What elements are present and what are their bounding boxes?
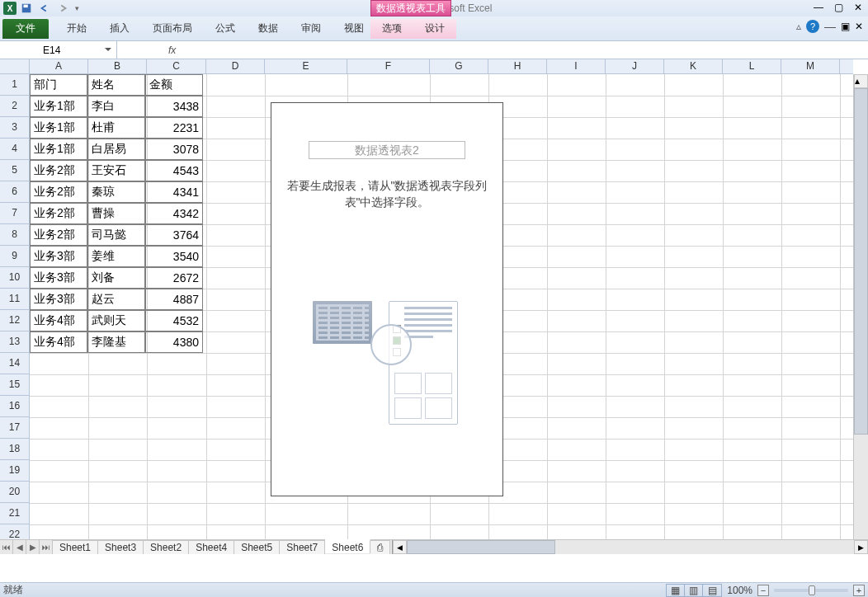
col-header-J[interactable]: J <box>606 59 664 73</box>
workbook-restore[interactable]: ▣ <box>841 21 850 32</box>
row-header-11[interactable]: 11 <box>0 289 29 310</box>
sheet-nav-prev[interactable]: ◀ <box>13 540 26 554</box>
row-header-14[interactable]: 14 <box>0 353 29 374</box>
row-header-10[interactable]: 10 <box>0 267 29 289</box>
qat-save[interactable] <box>18 1 35 16</box>
tab-视图[interactable]: 视图 <box>333 19 375 39</box>
data-cell[interactable]: 业务3部 <box>30 289 87 310</box>
sheet-tab-Sheet7[interactable]: Sheet7 <box>280 540 325 554</box>
col-header-C[interactable]: C <box>147 59 206 73</box>
name-box[interactable]: E14 <box>0 41 117 59</box>
tab-审阅[interactable]: 审阅 <box>290 19 333 39</box>
pivot-placeholder[interactable]: 数据透视表2 若要生成报表，请从"数据透视表字段列表"中选择字段。 <box>271 102 503 496</box>
data-cell[interactable]: 4342 <box>145 203 203 224</box>
fx-icon[interactable]: fx <box>168 45 176 56</box>
data-cell[interactable]: 杜甫 <box>87 117 145 139</box>
data-cell[interactable]: 4341 <box>145 181 203 203</box>
scroll-left-icon[interactable]: ◀ <box>393 540 407 554</box>
row-header-5[interactable]: 5 <box>0 160 29 181</box>
data-cell[interactable]: 2672 <box>145 267 203 289</box>
data-cell[interactable]: 4380 <box>145 331 203 353</box>
col-header-L[interactable]: L <box>723 59 781 73</box>
col-header-I[interactable]: I <box>547 59 606 73</box>
data-cell[interactable]: 业务1部 <box>30 117 87 139</box>
qat-dropdown-icon[interactable]: ▾ <box>73 4 82 12</box>
sheet-tab-Sheet3[interactable]: Sheet3 <box>98 540 144 554</box>
col-header-D[interactable]: D <box>206 59 265 73</box>
tab-页面布局[interactable]: 页面布局 <box>141 19 204 39</box>
horizontal-scrollbar[interactable]: ◀ ▶ <box>392 540 868 554</box>
row-header-6[interactable]: 6 <box>0 181 29 203</box>
data-cell[interactable]: 白居易 <box>87 139 145 160</box>
row-header-7[interactable]: 7 <box>0 203 29 224</box>
sheet-nav-first[interactable]: ⏮ <box>0 540 13 554</box>
row-header-2[interactable]: 2 <box>0 96 29 117</box>
tab-公式[interactable]: 公式 <box>204 19 247 39</box>
data-cell[interactable]: 业务3部 <box>30 267 87 289</box>
data-cell[interactable]: 业务2部 <box>30 224 87 246</box>
insert-sheet-button[interactable]: ⎙ <box>370 540 390 554</box>
col-header-B[interactable]: B <box>88 59 147 73</box>
col-header-M[interactable]: M <box>781 59 840 73</box>
data-cell[interactable]: 曹操 <box>87 203 145 224</box>
data-cell[interactable]: 李白 <box>87 96 145 117</box>
tab-插入[interactable]: 插入 <box>98 19 141 39</box>
data-cell[interactable]: 业务4部 <box>30 331 87 353</box>
tab-选项[interactable]: 选项 <box>370 19 413 39</box>
sheet-nav-next[interactable]: ▶ <box>26 540 40 554</box>
vertical-scrollbar[interactable]: ▴ ▾ <box>853 74 868 554</box>
window-close[interactable]: ✕ <box>851 2 865 13</box>
workbook-minimize[interactable]: — <box>824 20 836 33</box>
sheet-nav-last[interactable]: ⏭ <box>40 540 53 554</box>
qat-undo[interactable] <box>36 1 53 16</box>
sheet-tab-Sheet5[interactable]: Sheet5 <box>234 540 280 554</box>
data-cell[interactable]: 刘备 <box>87 267 145 289</box>
sheet-tab-Sheet6[interactable]: Sheet6 <box>325 539 370 553</box>
data-cell[interactable]: 4543 <box>145 160 203 181</box>
view-normal-icon[interactable]: ▦ <box>667 585 685 596</box>
data-cell[interactable]: 4532 <box>145 310 203 331</box>
row-header-1[interactable]: 1 <box>0 74 29 96</box>
data-cell[interactable]: 业务2部 <box>30 160 87 181</box>
view-page-layout-icon[interactable]: ▥ <box>685 585 703 596</box>
tab-数据[interactable]: 数据 <box>247 19 290 39</box>
col-header-F[interactable]: F <box>347 59 430 73</box>
data-cell[interactable]: 2231 <box>145 117 203 139</box>
qat-redo[interactable] <box>54 1 71 16</box>
zoom-slider[interactable] <box>774 589 848 592</box>
row-header-20[interactable]: 20 <box>0 482 29 503</box>
row-header-13[interactable]: 13 <box>0 331 29 353</box>
scroll-right-icon[interactable]: ▶ <box>854 540 868 554</box>
zoom-out-button[interactable]: − <box>757 585 769 596</box>
col-header-K[interactable]: K <box>664 59 723 73</box>
header-cell[interactable]: 姓名 <box>87 74 145 96</box>
workbook-close[interactable]: ✕ <box>855 21 863 32</box>
data-cell[interactable]: 4887 <box>145 289 203 310</box>
data-cell[interactable]: 3438 <box>145 96 203 117</box>
data-cell[interactable]: 业务1部 <box>30 96 87 117</box>
window-minimize[interactable]: — <box>812 2 825 13</box>
zoom-level[interactable]: 100% <box>727 585 752 596</box>
data-cell[interactable]: 赵云 <box>87 289 145 310</box>
col-header-E[interactable]: E <box>265 59 347 73</box>
data-cell[interactable]: 业务4部 <box>30 310 87 331</box>
data-cell[interactable]: 业务2部 <box>30 203 87 224</box>
header-cell[interactable]: 部门 <box>30 74 87 96</box>
sheet-tab-Sheet2[interactable]: Sheet2 <box>144 540 189 554</box>
data-cell[interactable]: 李隆基 <box>87 331 145 353</box>
col-header-H[interactable]: H <box>488 59 547 73</box>
scroll-thumb[interactable] <box>854 88 868 435</box>
data-cell[interactable]: 王安石 <box>87 160 145 181</box>
row-header-16[interactable]: 16 <box>0 396 29 417</box>
row-header-17[interactable]: 17 <box>0 417 29 439</box>
view-page-break-icon[interactable]: ▤ <box>703 585 721 596</box>
data-cell[interactable]: 业务2部 <box>30 181 87 203</box>
data-cell[interactable]: 武则天 <box>87 310 145 331</box>
row-header-3[interactable]: 3 <box>0 117 29 139</box>
zoom-in-button[interactable]: + <box>853 585 865 596</box>
view-buttons[interactable]: ▦ ▥ ▤ <box>666 584 722 597</box>
data-cell[interactable]: 3540 <box>145 246 203 267</box>
header-cell[interactable]: 金额 <box>145 74 203 96</box>
data-cell[interactable]: 秦琼 <box>87 181 145 203</box>
data-cell[interactable]: 司马懿 <box>87 224 145 246</box>
